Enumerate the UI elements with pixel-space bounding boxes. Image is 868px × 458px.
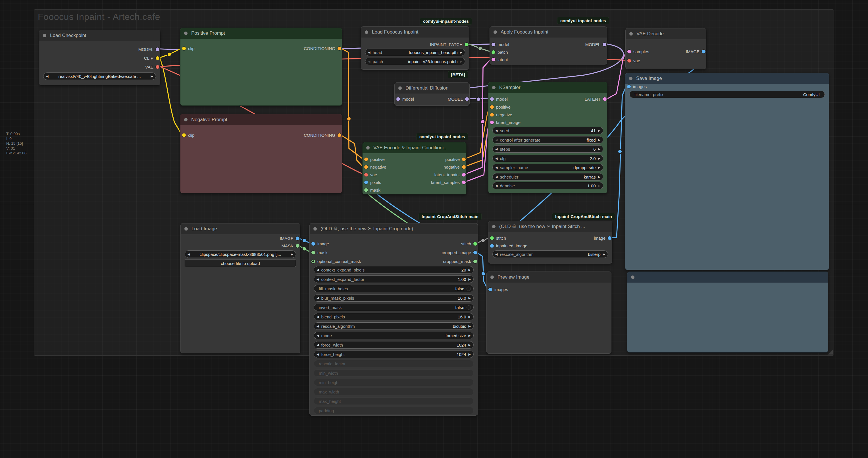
increment-arrow-icon[interactable]: ▶	[468, 278, 471, 281]
node-header[interactable]: Preview Image	[487, 272, 611, 283]
load-fooocus-inpaint[interactable]: Load Fooocus InpaintINPAINT_PATCH◀headfo…	[361, 26, 469, 70]
output-port-MODEL[interactable]: MODEL	[136, 47, 159, 52]
input-port-vae[interactable]: vae	[364, 172, 379, 177]
inpaint-crop[interactable]: (OLD ☠, use the new ✂ Inpaint Crop node)…	[309, 223, 478, 416]
collapse-dot-icon[interactable]	[490, 276, 494, 279]
node-header[interactable]: KSampler	[488, 82, 607, 93]
widget-min_width[interactable]: min_width	[314, 369, 474, 377]
node-header[interactable]: Load Checkpoint	[39, 30, 160, 41]
output-port-INPAINT_PATCH[interactable]: INPAINT_PATCH	[428, 42, 468, 47]
collapse-dot-icon[interactable]	[492, 225, 496, 228]
widget-blend_pixels[interactable]: ◀blend_pixels16.0▶	[314, 313, 474, 320]
increment-arrow-icon[interactable]: ▶	[468, 343, 471, 347]
decrement-arrow-icon[interactable]: ◀	[495, 147, 497, 151]
decrement-arrow-icon[interactable]: ◀	[316, 296, 319, 300]
port-dot[interactable]	[338, 47, 341, 50]
output-port-cropped_image[interactable]: cropped_image	[439, 250, 477, 255]
input-port-model[interactable]: model	[396, 96, 416, 102]
node-header[interactable]: (OLD ☠, use the new ✂ Inpaint Stitch ...	[488, 221, 612, 232]
reroute-dot[interactable]	[167, 52, 171, 56]
collapse-dot-icon[interactable]	[313, 227, 317, 231]
increment-arrow-icon[interactable]: ▶	[598, 156, 600, 160]
port-dot[interactable]	[364, 180, 368, 184]
output-port-IMAGE[interactable]: IMAGE	[684, 49, 706, 54]
reroute-dot[interactable]	[302, 238, 306, 242]
input-port-negative[interactable]: negative	[490, 112, 515, 117]
increment-arrow-icon[interactable]: ▶	[468, 268, 471, 272]
decrement-arrow-icon[interactable]: ◀	[368, 51, 370, 54]
input-port-latent[interactable]: latent	[492, 57, 510, 62]
decrement-arrow-icon[interactable]: ◀	[316, 268, 319, 272]
decrement-arrow-icon[interactable]: ◀	[46, 75, 48, 78]
decrement-arrow-icon[interactable]: ◀	[495, 156, 497, 160]
widget-control-after-generate[interactable]: ◀control after generatefixed▶	[492, 136, 603, 144]
widget-blur_mask_pixels[interactable]: ◀blur_mask_pixels16.0▶	[314, 294, 474, 302]
output-port-latent_samples[interactable]: latent_samples	[429, 180, 466, 185]
widget-sampler_name[interactable]: ◀sampler_namedpmpp_sde▶	[492, 164, 603, 171]
decrement-arrow-icon[interactable]: ◀	[495, 166, 497, 169]
node-header[interactable]: Load Image	[181, 224, 300, 234]
decrement-arrow-icon[interactable]: ◀	[495, 184, 497, 188]
output-port-latent_inpaint[interactable]: latent_inpaint	[432, 172, 466, 177]
widget-force_width[interactable]: ◀force_width1024▶	[314, 341, 474, 348]
increment-arrow-icon[interactable]: ▶	[468, 324, 471, 328]
output-port-CONDITIONING[interactable]: CONDITIONING	[302, 133, 341, 138]
input-port-stitch[interactable]: stitch	[490, 235, 508, 240]
output-port-cropped_mask[interactable]: cropped_mask	[441, 259, 477, 264]
port-dot[interactable]	[311, 251, 315, 254]
node-header[interactable]: Load Fooocus Inpaint	[361, 27, 469, 37]
widget-invert_mask[interactable]: invert_maskfalse	[314, 304, 474, 311]
decrement-arrow-icon[interactable]: ◀	[495, 253, 497, 256]
widget-force_height[interactable]: ◀force_height1024▶	[314, 350, 474, 358]
input-port-positive[interactable]: positive	[490, 104, 513, 110]
collapse-dot-icon[interactable]	[631, 276, 634, 279]
port-dot[interactable]	[311, 260, 315, 263]
port-dot[interactable]	[311, 242, 315, 246]
port-dot[interactable]	[462, 173, 466, 176]
port-dot[interactable]	[465, 42, 468, 46]
widget-padding[interactable]: padding	[314, 407, 474, 414]
decrement-arrow-icon[interactable]: ◀	[495, 175, 497, 179]
input-port-mask[interactable]: mask	[364, 188, 383, 193]
widget-rescale_algorithm[interactable]: ◀rescale_algorithmbislerp▶	[492, 251, 608, 258]
port-dot[interactable]	[462, 158, 466, 161]
port-dot[interactable]	[627, 85, 631, 88]
apply-fooocus-inpaint[interactable]: Apply Fooocus InpaintmodelpatchlatentMOD…	[490, 26, 607, 64]
increment-arrow-icon[interactable]: ▶	[598, 138, 600, 142]
differential-diffusion[interactable]: Differential DiffusionmodelMODEL	[394, 82, 470, 106]
increment-arrow-icon[interactable]: ▶	[468, 315, 471, 319]
input-port-inpainted_image[interactable]: inpainted_image	[490, 243, 530, 248]
widget-max_height[interactable]: max_height	[314, 397, 474, 405]
widget-cfg[interactable]: ◀cfg2.0▶	[492, 155, 603, 162]
port-dot[interactable]	[364, 173, 368, 176]
input-port-latent_image[interactable]: latent_image	[490, 120, 523, 125]
untitled-node[interactable]	[627, 271, 828, 352]
increment-arrow-icon[interactable]: ▶	[598, 184, 600, 188]
vae-encode-inpaint-conditioning[interactable]: VAE Encode & Inpaint Conditioni...positi…	[362, 142, 467, 195]
increment-arrow-icon[interactable]: ▶	[291, 253, 293, 256]
port-dot[interactable]	[156, 65, 159, 69]
port-dot[interactable]	[492, 50, 495, 54]
widget-max_width[interactable]: max_width	[314, 388, 474, 396]
increment-arrow-icon[interactable]: ▶	[598, 129, 600, 133]
port-dot[interactable]	[338, 133, 341, 137]
decrement-arrow-icon[interactable]: ◀	[316, 315, 319, 319]
decrement-arrow-icon[interactable]: ◀	[316, 278, 319, 281]
output-port-MASK[interactable]: MASK	[279, 243, 300, 248]
port-dot[interactable]	[490, 113, 494, 117]
output-port-MODEL[interactable]: MODEL	[583, 42, 606, 47]
input-port-vae[interactable]: vae	[627, 58, 642, 63]
port-dot[interactable]	[465, 97, 469, 101]
decrement-arrow-icon[interactable]: ◀	[316, 334, 319, 338]
node-header[interactable]: Differential Diffusion	[395, 83, 469, 93]
decrement-arrow-icon[interactable]: ◀	[368, 60, 370, 63]
input-port-positive[interactable]: positive	[364, 156, 387, 162]
positive-prompt[interactable]: Positive PromptclipCONDITIONING	[180, 28, 342, 106]
reroute-dot[interactable]	[618, 149, 622, 153]
port-dot[interactable]	[364, 158, 368, 161]
output-port-image[interactable]: image	[592, 235, 612, 240]
output-port-negative[interactable]: negative	[441, 164, 466, 169]
collapse-dot-icon[interactable]	[366, 146, 370, 149]
output-port-CLIP[interactable]: CLIP	[142, 55, 159, 61]
node-header[interactable]: VAE Decode	[626, 28, 706, 39]
